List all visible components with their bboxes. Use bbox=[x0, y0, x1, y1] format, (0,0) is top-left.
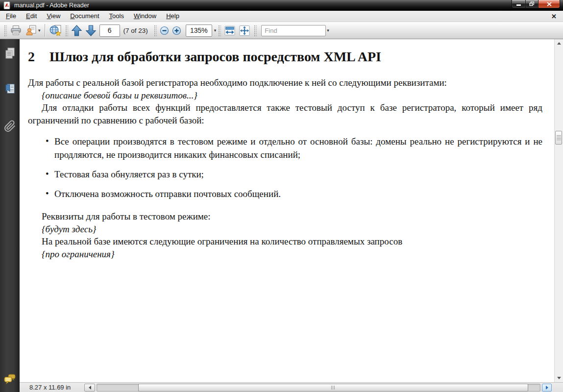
bookmarks-panel-button[interactable] bbox=[3, 83, 17, 97]
toolbar: ▾ bbox=[0, 22, 563, 39]
thumb-grip-icon bbox=[331, 386, 335, 390]
list-item-text: Тестовая база обнуляется раз в сутки; bbox=[54, 169, 204, 179]
bullet-icon: • bbox=[46, 167, 49, 180]
close-document-icon[interactable]: ✕ bbox=[551, 13, 557, 20]
print-button[interactable] bbox=[8, 24, 24, 37]
bookmarks-panel-icon bbox=[4, 83, 16, 96]
find-input[interactable] bbox=[261, 25, 326, 36]
bullet-icon: • bbox=[46, 134, 49, 147]
menu-help[interactable]: Help bbox=[161, 11, 184, 22]
create-pdf-online-icon bbox=[49, 24, 62, 37]
menu-edit[interactable]: Edit bbox=[21, 11, 42, 22]
fit-width-icon bbox=[224, 25, 236, 36]
minimize-icon bbox=[516, 4, 521, 6]
pages-panel-button[interactable] bbox=[3, 47, 17, 60]
create-pdf-online-button[interactable] bbox=[48, 24, 63, 38]
menu-file[interactable]: File bbox=[1, 11, 21, 22]
toolbar-separator bbox=[45, 24, 45, 37]
zoom-in-icon bbox=[172, 26, 181, 35]
next-page-icon bbox=[85, 24, 97, 37]
share-document-button[interactable]: ▾ bbox=[24, 24, 42, 37]
previous-page-icon bbox=[71, 24, 82, 37]
bullet-icon: • bbox=[46, 187, 49, 200]
attachments-panel-button[interactable] bbox=[3, 119, 17, 133]
toolbar-grip[interactable] bbox=[253, 24, 257, 36]
menu-bar: File Edit View Document Tools Window Hel… bbox=[0, 11, 563, 22]
paragraph: Для отладки работы всех функций предоста… bbox=[28, 101, 542, 126]
share-document-icon bbox=[25, 24, 37, 36]
scroll-down-button[interactable] bbox=[555, 374, 563, 382]
previous-page-button[interactable] bbox=[70, 24, 84, 38]
zoom-out-button[interactable] bbox=[158, 25, 171, 36]
comments-panel-button[interactable] bbox=[3, 372, 17, 386]
page-number-input[interactable] bbox=[99, 24, 120, 37]
thumb-grip-icon bbox=[557, 135, 561, 140]
toolbar-grip[interactable] bbox=[218, 24, 221, 36]
comments-panel-icon bbox=[3, 373, 17, 386]
window-title: manual.pdf - Adobe Reader bbox=[14, 2, 89, 9]
share-dropdown-caret[interactable]: ▾ bbox=[38, 28, 41, 33]
menu-tools[interactable]: Tools bbox=[104, 11, 129, 22]
scroll-up-button[interactable] bbox=[555, 39, 563, 48]
arrow-up-icon bbox=[557, 42, 561, 45]
section-title: Шлюз для обработки запросов посредством … bbox=[49, 49, 381, 64]
list-item: • Все операции производятся в тестовом р… bbox=[42, 135, 542, 161]
page-count-label: (7 of 23) bbox=[123, 27, 148, 34]
window-controls bbox=[512, 0, 560, 8]
page-size-label: 8.27 x 11.69 in bbox=[29, 384, 84, 391]
placeholder-paragraph: {описание боевой базы и реквизитов...} bbox=[42, 89, 542, 102]
zoom-level-input[interactable] bbox=[186, 24, 212, 37]
scroll-left-button[interactable] bbox=[84, 384, 95, 392]
close-button[interactable] bbox=[538, 0, 560, 8]
close-icon bbox=[547, 2, 552, 6]
arrow-left-icon bbox=[89, 386, 91, 390]
fit-page-button[interactable] bbox=[237, 24, 252, 37]
print-icon bbox=[10, 24, 22, 36]
zoom-dropdown-caret[interactable]: ▾ bbox=[214, 28, 217, 33]
status-bar: 8.27 x 11.69 in bbox=[20, 382, 563, 392]
arrow-down-icon bbox=[557, 377, 561, 379]
fit-page-icon bbox=[239, 25, 250, 36]
zoom-out-icon bbox=[160, 26, 169, 35]
vertical-scrollbar-thumb[interactable] bbox=[555, 131, 562, 145]
fit-width-button[interactable] bbox=[222, 24, 237, 37]
placeholder-paragraph: {будут здесь} bbox=[42, 223, 542, 236]
vertical-scrollbar[interactable] bbox=[554, 39, 563, 382]
next-page-button[interactable] bbox=[84, 24, 98, 38]
paragraph: Для работы с реальной базой регистратора… bbox=[28, 76, 542, 89]
menu-view[interactable]: View bbox=[42, 11, 65, 22]
pages-panel-icon bbox=[4, 47, 16, 60]
navigation-pane bbox=[0, 39, 20, 392]
paragraph: Реквизиты для работы в тестовом режиме: bbox=[42, 210, 542, 223]
toolbar-grip[interactable] bbox=[153, 24, 157, 36]
document-page: 2Шлюз для обработки запросов посредством… bbox=[20, 39, 554, 382]
paragraph: На реальной базе имеются следующие огран… bbox=[42, 235, 542, 248]
find-dropdown-caret[interactable]: ▾ bbox=[327, 28, 329, 33]
horizontal-scrollbar-thumb[interactable] bbox=[138, 384, 528, 392]
section-heading: 2Шлюз для обработки запросов посредством… bbox=[28, 49, 542, 65]
list-item: • Тестовая база обнуляется раз в сутки; bbox=[42, 168, 542, 181]
horizontal-scrollbar[interactable] bbox=[97, 384, 540, 392]
menu-window[interactable]: Window bbox=[129, 11, 161, 22]
arrow-right-icon bbox=[546, 386, 548, 390]
adobe-reader-window: manual.pdf - Adobe Reader File Edit View… bbox=[0, 0, 563, 392]
list-item-text: Все операции производятся в тестовом реж… bbox=[54, 136, 542, 160]
attachments-panel-icon bbox=[4, 120, 16, 132]
placeholder-paragraph: {про ограничения} bbox=[42, 248, 542, 261]
title-bar[interactable]: manual.pdf - Adobe Reader bbox=[0, 0, 563, 11]
list-item: • Отключена возможность отправки почтовы… bbox=[42, 187, 542, 200]
toolbar-grip[interactable] bbox=[3, 24, 7, 36]
pdf-app-icon bbox=[3, 1, 11, 9]
section-number: 2 bbox=[28, 49, 35, 65]
scroll-right-button[interactable] bbox=[542, 384, 552, 392]
menu-document[interactable]: Document bbox=[65, 11, 104, 22]
bullet-list: • Все операции производятся в тестовом р… bbox=[28, 135, 542, 200]
minimize-button[interactable] bbox=[512, 0, 526, 8]
zoom-in-button[interactable] bbox=[171, 25, 183, 36]
restore-icon bbox=[529, 1, 535, 6]
list-item-text: Отключена возможность отправки почтовых … bbox=[54, 189, 281, 199]
restore-button[interactable] bbox=[525, 0, 539, 8]
toolbar-grip[interactable] bbox=[65, 24, 68, 36]
